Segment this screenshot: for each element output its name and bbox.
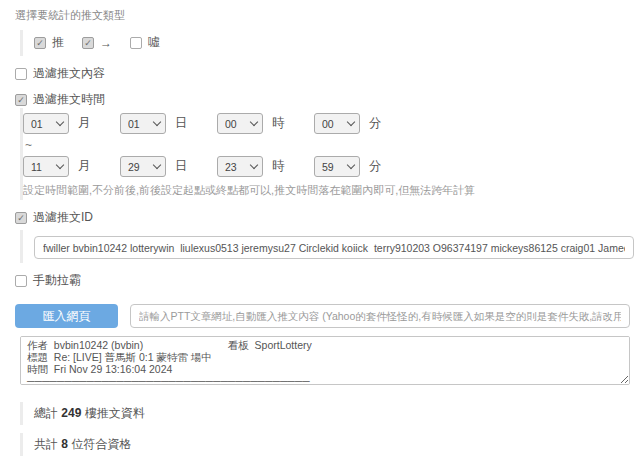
checkbox-icon[interactable] xyxy=(15,275,27,287)
filter-content-label: 過濾推文內容 xyxy=(33,65,105,82)
manual-slot-checkbox[interactable]: 手動拉霸 xyxy=(15,272,630,289)
push-type-boo[interactable]: 噓 xyxy=(130,34,160,51)
from-minute-select[interactable]: 00 xyxy=(314,113,360,134)
id-filter-input[interactable] xyxy=(34,236,634,259)
from-month-select[interactable]: 01 xyxy=(23,113,69,134)
checkbox-icon[interactable] xyxy=(15,212,27,224)
article-content-group: 作者 bvbin10242 (bvbin) 看板 SportLottery 標題… xyxy=(20,336,630,389)
article-content-textarea[interactable]: 作者 bvbin10242 (bvbin) 看板 SportLottery 標題… xyxy=(20,336,630,385)
filter-time-label: 過濾推文時間 xyxy=(33,91,105,108)
id-filter-group xyxy=(20,230,630,263)
minute-unit-label: 分 xyxy=(369,115,382,132)
push-type-upvote[interactable]: 推 xyxy=(34,34,64,51)
to-month-select[interactable]: 11 xyxy=(23,156,69,177)
total-suffix: 樓推文資料 xyxy=(85,406,145,420)
time-from-row: 01 月 01 日 00 時 00 分 xyxy=(23,113,630,134)
day-unit-label: 日 xyxy=(175,115,188,132)
hour-unit-label: 時 xyxy=(272,158,285,175)
filter-id-checkbox[interactable]: 過濾推文ID xyxy=(15,209,630,226)
checkbox-icon[interactable] xyxy=(130,37,142,49)
manual-slot-label: 手動拉霸 xyxy=(33,272,81,289)
to-minute-select[interactable]: 59 xyxy=(314,156,360,177)
from-day-select[interactable]: 01 xyxy=(120,113,166,134)
checkbox-icon[interactable] xyxy=(82,37,94,49)
to-hour-select[interactable]: 23 xyxy=(217,156,263,177)
checkbox-icon[interactable] xyxy=(34,37,46,49)
filter-content-checkbox[interactable]: 過濾推文內容 xyxy=(15,65,630,82)
filter-id-label: 過濾推文ID xyxy=(33,209,93,226)
push-type-arrow-label: → xyxy=(100,36,112,50)
filter-time-checkbox[interactable]: 過濾推文時間 xyxy=(15,91,630,108)
checkbox-icon[interactable] xyxy=(15,68,27,80)
push-type-upvote-label: 推 xyxy=(52,34,64,51)
month-unit-label: 月 xyxy=(78,115,91,132)
time-range-group: 01 月 01 日 00 時 00 分 xyxy=(20,108,630,200)
time-range-hint: 設定時間範圍,不分前後,前後設定起點或終點都可以,推文時間落在範圍內即可,但無法… xyxy=(23,183,630,198)
push-type-section-title: 選擇要統計的推文類型 xyxy=(15,8,630,23)
time-to-row: 11 月 29 日 23 時 59 分 xyxy=(23,156,630,177)
stats-section: 總計 249 樓推文資料 共計 8 位符合資格 xyxy=(15,402,630,456)
total-count: 249 xyxy=(61,406,81,420)
qualified-suffix: 位符合資格 xyxy=(71,437,131,451)
import-webpage-button[interactable]: 匯入網頁 xyxy=(15,304,118,328)
from-hour-select[interactable]: 00 xyxy=(217,113,263,134)
time-range-tilde: ~ xyxy=(23,134,630,156)
import-row: 匯入網頁 xyxy=(15,304,630,328)
lottery-helper-page: 選擇要統計的推文類型 推 → 噓 過濾推文內容 過濾推文時間 xyxy=(0,0,640,459)
push-type-group: 推 → 噓 xyxy=(20,30,630,56)
qualified-prefix: 共計 xyxy=(34,437,58,451)
hour-unit-label: 時 xyxy=(272,115,285,132)
total-prefix: 總計 xyxy=(34,406,58,420)
total-pushes-line: 總計 249 樓推文資料 xyxy=(20,402,630,425)
article-url-input[interactable] xyxy=(130,304,630,328)
month-unit-label: 月 xyxy=(78,158,91,175)
push-type-boo-label: 噓 xyxy=(148,34,160,51)
qualified-count: 8 xyxy=(61,437,68,451)
minute-unit-label: 分 xyxy=(369,158,382,175)
checkbox-icon[interactable] xyxy=(15,94,27,106)
push-type-arrow[interactable]: → xyxy=(82,36,112,50)
to-day-select[interactable]: 29 xyxy=(120,156,166,177)
qualified-line: 共計 8 位符合資格 xyxy=(20,433,630,456)
day-unit-label: 日 xyxy=(175,158,188,175)
